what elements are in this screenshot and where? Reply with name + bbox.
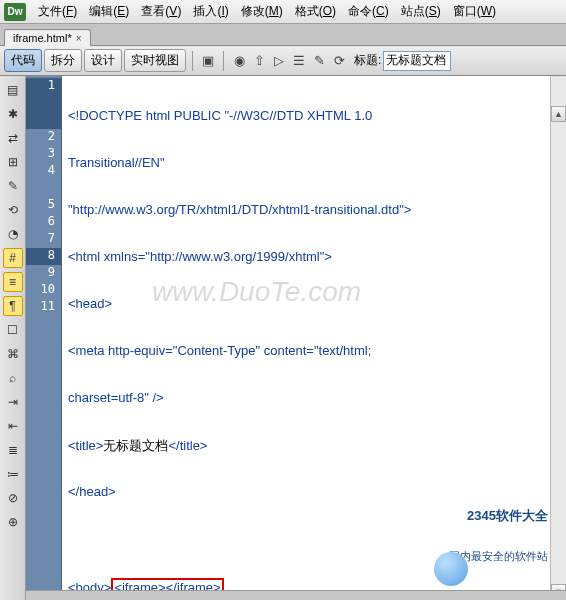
expand-icon[interactable]: ⇄ [3,128,23,148]
mascot-icon [434,552,468,586]
menu-file[interactable]: 文件(F) [32,1,83,22]
menu-edit[interactable]: 编辑(E) [83,1,135,22]
line-number: 7 [26,231,61,248]
main-area: ▤ ✱ ⇄ ⊞ ✎ ⟲ ◔ # ≡ ¶ ☐ ⌘ ⌕ ⇥ ⇤ ≣ ≔ ⊘ ⊕ 1 … [0,76,566,600]
menu-view[interactable]: 查看(V) [135,1,187,22]
footer-ad: 2345软件大全 国内最安全的软件站 [449,471,548,588]
line-number: 9 [26,265,61,282]
code-editor[interactable]: <!DOCTYPE html PUBLIC "-//W3C//DTD XHTML… [62,76,566,600]
app-logo: Dw [4,3,26,21]
document-title-input[interactable] [383,51,451,71]
line-number: 5 [26,197,61,214]
line-number: 10 [26,282,61,299]
separator [192,51,193,71]
upload-icon[interactable]: ⇧ [250,52,268,70]
tab-label: iframe.html* [13,32,72,44]
live-view-button[interactable]: 实时视图 [124,49,186,72]
split-view-button[interactable]: 拆分 [44,49,82,72]
line-number [26,112,61,129]
list-icon[interactable]: ☰ [290,52,308,70]
menu-window[interactable]: 窗口(W) [447,1,502,22]
indent-icon[interactable]: ⇥ [3,392,23,412]
format-icon[interactable]: ≣ [3,440,23,460]
document-toolbar: 代码 拆分 设计 实时视图 ▣ ◉ ⇧ ▷ ☰ ✎ ⟳ 标题: [0,46,566,76]
line-number: 11 [26,299,61,316]
menu-modify[interactable]: 修改(M) [235,1,289,22]
line-number-gutter: 1 2 3 4 5 6 7 8 9 10 11 [26,76,62,600]
code-toolbar: ▤ ✱ ⇄ ⊞ ✎ ⟲ ◔ # ≡ ¶ ☐ ⌘ ⌕ ⇥ ⇤ ≣ ≔ ⊘ ⊕ [0,76,26,600]
menu-insert[interactable]: 插入(I) [187,1,234,22]
apply-comment-icon[interactable]: ≔ [3,464,23,484]
design-view-button[interactable]: 设计 [84,49,122,72]
menu-site[interactable]: 站点(S) [395,1,447,22]
menu-bar: Dw 文件(F) 编辑(E) 查看(V) 插入(I) 修改(M) 格式(O) 命… [0,0,566,24]
line-numbers-icon[interactable]: ⟲ [3,200,23,220]
line-number: 2 [26,129,61,146]
globe-icon[interactable]: ◉ [230,52,248,70]
status-strip [26,590,566,600]
ad-line1: 2345软件大全 [449,507,548,525]
recent-icon[interactable]: ⌕ [3,368,23,388]
separator [223,51,224,71]
server-icon[interactable]: ▣ [199,52,217,70]
comment-icon[interactable]: ☐ [3,320,23,340]
document-tab-bar: iframe.html* × [0,24,566,46]
open-docs-icon[interactable]: ▤ [3,80,23,100]
wrap-tag-icon[interactable]: ⊕ [3,512,23,532]
refresh-icon[interactable]: ⟳ [330,52,348,70]
line-number: 1 [26,78,61,95]
menu-format[interactable]: 格式(O) [289,1,342,22]
menu-commands[interactable]: 命令(C) [342,1,395,22]
select-parent-icon[interactable]: ⊞ [3,152,23,172]
line-number: 6 [26,214,61,231]
word-wrap-icon[interactable]: ≡ [3,272,23,292]
line-number [26,180,61,197]
line-number: 4 [26,163,61,180]
check-icon[interactable]: ✎ [310,52,328,70]
collapse-icon[interactable]: ✱ [3,104,23,124]
syntax-error-icon[interactable]: # [3,248,23,268]
snippet-icon[interactable]: ⌘ [3,344,23,364]
document-tab[interactable]: iframe.html* × [4,29,91,46]
title-label: 标题: [354,52,381,69]
outdent-icon[interactable]: ⇤ [3,416,23,436]
balance-braces-icon[interactable]: ✎ [3,176,23,196]
hidden-chars-icon[interactable]: ¶ [3,296,23,316]
scroll-up-icon[interactable]: ▲ [551,106,566,122]
highlight-icon[interactable]: ◔ [3,224,23,244]
code-view-button[interactable]: 代码 [4,49,42,72]
line-number: 3 [26,146,61,163]
line-number [26,95,61,112]
line-number: 8 [26,248,61,265]
vertical-scrollbar[interactable]: ▲ ▼ [550,76,566,600]
close-icon[interactable]: × [76,33,82,44]
flag-icon[interactable]: ▷ [270,52,288,70]
remove-comment-icon[interactable]: ⊘ [3,488,23,508]
